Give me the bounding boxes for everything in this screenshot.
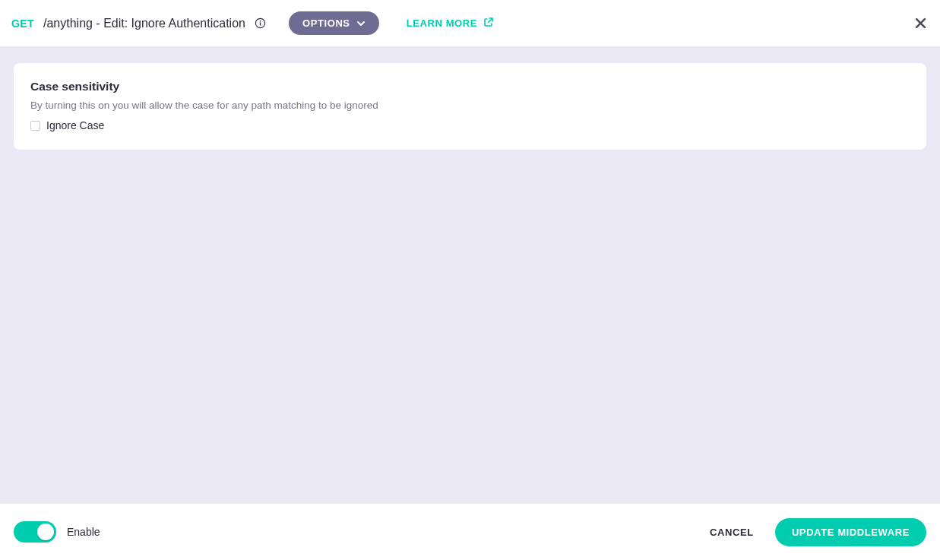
case-sensitivity-card: Case sensitivity By turning this on you … xyxy=(14,63,926,150)
svg-point-1 xyxy=(260,21,261,22)
options-button[interactable]: OPTIONS xyxy=(289,11,379,35)
update-middleware-button[interactable]: UPDATE MIDDLEWARE xyxy=(775,518,926,546)
learn-more-link[interactable]: LEARN MORE xyxy=(407,17,494,30)
enable-toggle-label: Enable xyxy=(67,526,100,538)
page-title: /anything - Edit: Ignore Authentication xyxy=(43,17,245,30)
chevron-down-icon xyxy=(356,19,366,28)
learn-more-label: LEARN MORE xyxy=(407,17,477,29)
cancel-button[interactable]: CANCEL xyxy=(699,519,764,546)
enable-toggle[interactable] xyxy=(14,521,56,543)
page-footer: Enable CANCEL UPDATE MIDDLEWARE xyxy=(0,504,940,560)
http-method-badge: GET xyxy=(11,17,34,30)
ignore-case-checkbox[interactable] xyxy=(30,121,40,131)
close-icon[interactable] xyxy=(915,17,926,29)
page-header: GET /anything - Edit: Ignore Authenticat… xyxy=(0,0,940,46)
ignore-case-label: Ignore Case xyxy=(46,119,104,131)
card-description: By turning this on you will allow the ca… xyxy=(30,98,910,113)
main-content: Case sensitivity By turning this on you … xyxy=(0,46,940,504)
external-link-icon xyxy=(483,17,494,30)
svg-rect-2 xyxy=(260,22,261,25)
toggle-knob xyxy=(37,524,54,540)
options-button-label: OPTIONS xyxy=(302,17,350,29)
card-title: Case sensitivity xyxy=(30,80,910,93)
info-icon[interactable] xyxy=(255,17,266,29)
ignore-case-row: Ignore Case xyxy=(30,119,910,131)
